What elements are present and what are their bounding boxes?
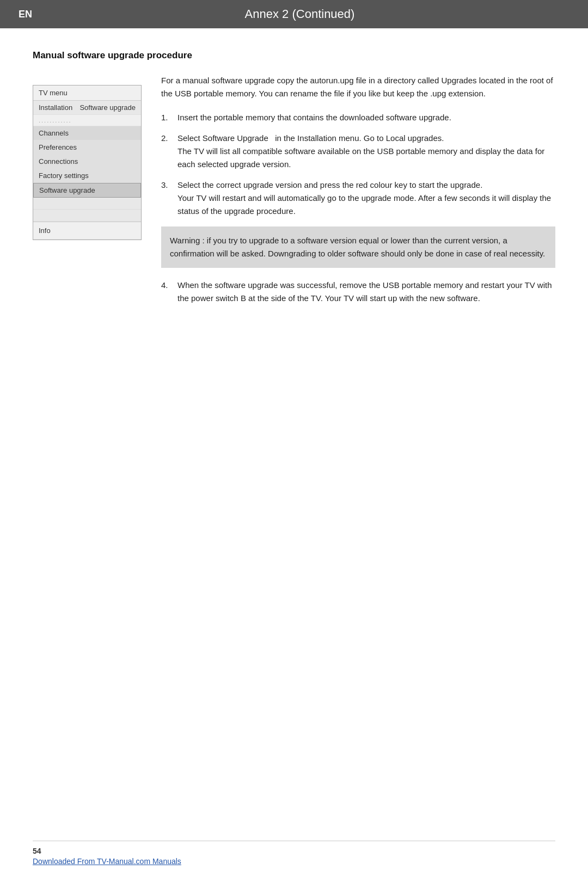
step-1-num: 1. xyxy=(161,111,172,124)
lang-badge: EN xyxy=(11,9,40,20)
tv-menu-title: TV menu xyxy=(33,85,141,101)
tv-menu-channels: Channels xyxy=(33,126,141,140)
step-1-text: Insert the portable memory that contains… xyxy=(177,111,555,124)
main-content: Manual software upgrade procedure TV men… xyxy=(0,28,588,334)
step-3-num: 3. xyxy=(161,179,172,218)
page-footer: 54 Downloaded From TV-Manual.com Manuals xyxy=(33,841,555,866)
installation-right: Software upgrade xyxy=(79,103,136,112)
step4-list: 4. When the software upgrade was success… xyxy=(161,279,555,305)
tv-menu-dotted: ............ xyxy=(33,115,141,126)
warning-box: Warning : if you try to upgrade to a sof… xyxy=(161,226,555,268)
step-4: 4. When the software upgrade was success… xyxy=(161,279,555,305)
step-3-text: Select the correct upgrade version and p… xyxy=(177,179,555,218)
tv-menu-mockup: TV menu Installation Software upgrade ..… xyxy=(33,85,142,240)
installation-label: Installation xyxy=(39,103,72,112)
page-number: 54 xyxy=(33,847,555,855)
step-2: 2. Select Software Upgrade in the Instal… xyxy=(161,132,555,171)
page-title: Annex 2 (Continued) xyxy=(44,7,555,21)
intro-paragraph: For a manual software upgrade copy the a… xyxy=(161,74,555,100)
tv-menu-installation-row: Installation Software upgrade xyxy=(33,101,141,115)
two-column-layout: TV menu Installation Software upgrade ..… xyxy=(33,74,555,313)
tv-menu-software-upgrade: Software upgrade xyxy=(33,183,141,198)
page-header: EN Annex 2 (Continued) xyxy=(0,0,588,28)
tv-menu-blank-1 xyxy=(33,198,141,210)
right-column: For a manual software upgrade copy the a… xyxy=(161,74,555,313)
step-4-num: 4. xyxy=(161,279,172,305)
step-2-text: Select Software Upgrade in the Installat… xyxy=(177,132,555,171)
step-3: 3. Select the correct upgrade version an… xyxy=(161,179,555,218)
tv-menu-blank-2 xyxy=(33,210,141,222)
tv-menu-connections: Connections xyxy=(33,155,141,169)
step-4-text: When the software upgrade was successful… xyxy=(177,279,555,305)
tv-menu-preferences: Preferences xyxy=(33,140,141,155)
tv-menu-info: Info xyxy=(33,222,141,240)
step-2-num: 2. xyxy=(161,132,172,171)
footer-link[interactable]: Downloaded From TV-Manual.com Manuals xyxy=(33,857,181,866)
step-1: 1. Insert the portable memory that conta… xyxy=(161,111,555,124)
section-title: Manual software upgrade procedure xyxy=(33,50,555,61)
steps-list: 1. Insert the portable memory that conta… xyxy=(161,111,555,218)
tv-menu-factory-settings: Factory settings xyxy=(33,169,141,183)
